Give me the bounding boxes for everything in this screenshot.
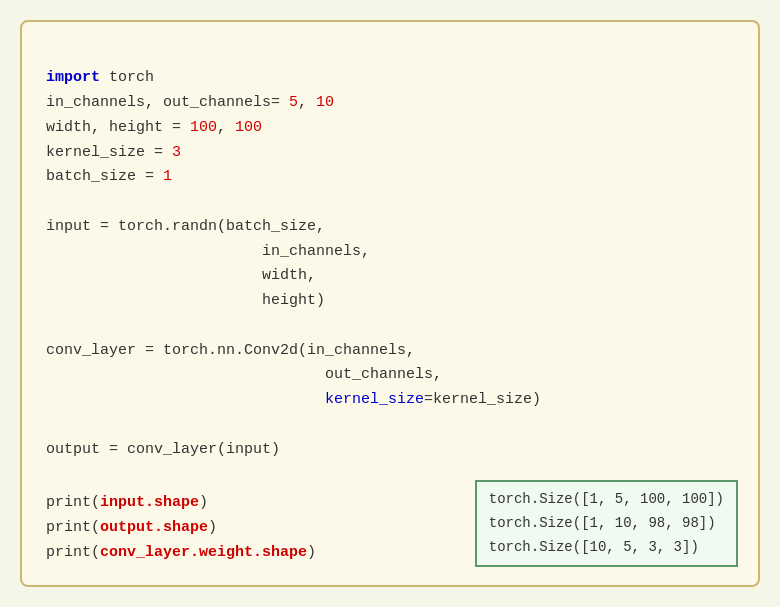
line-input-2: in_channels, (46, 243, 370, 260)
line-conv-2: out_channels, (46, 366, 442, 383)
output-line-1: torch.Size([1, 5, 100, 100]) (489, 488, 724, 512)
line-batch: batch_size = 1 (46, 168, 172, 185)
line-conv: conv_layer = torch.nn.Conv2d(in_channels… (46, 342, 415, 359)
output-line-3: torch.Size([10, 5, 3, 3]) (489, 536, 724, 560)
line-channels: in_channels, out_channels= 5, 10 (46, 94, 334, 111)
code-block: import torch in_channels, out_channels= … (46, 42, 734, 488)
output-box: torch.Size([1, 5, 100, 100]) torch.Size(… (475, 480, 738, 567)
line-input-3: width, (46, 267, 316, 284)
code-container: import torch in_channels, out_channels= … (20, 20, 760, 588)
line-import: import torch (46, 69, 154, 86)
line-input-4: height) (46, 292, 325, 309)
output-line-2: torch.Size([1, 10, 98, 98]) (489, 512, 724, 536)
line-input: input = torch.randn(batch_size, (46, 218, 325, 235)
line-kernel: kernel_size = 3 (46, 144, 181, 161)
line-dimensions: width, height = 100, 100 (46, 119, 262, 136)
line-output: output = conv_layer(input) (46, 441, 280, 458)
line-conv-3: kernel_size=kernel_size) (46, 391, 541, 408)
